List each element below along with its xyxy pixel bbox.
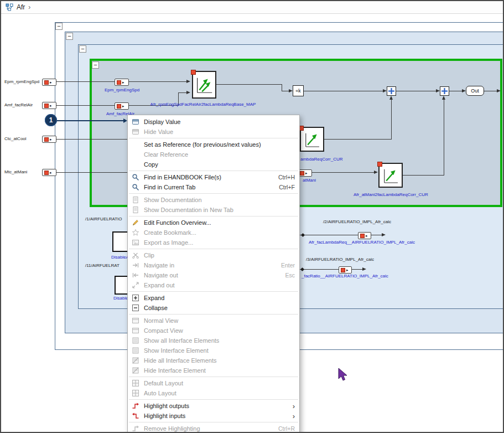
display-value-icon	[131, 118, 140, 126]
menu-item-set-as-reference-for-previous-next-values[interactable]: Set as Reference (for previous/next valu…	[128, 140, 299, 150]
menu-item-display-value[interactable]: Display Value	[128, 117, 299, 127]
arrowhead	[289, 89, 293, 92]
input-label: Ctc_atCool	[4, 136, 27, 141]
collapse-button[interactable]: −	[66, 33, 73, 40]
output-port[interactable]: Out	[466, 86, 484, 96]
arrowhead	[383, 89, 387, 92]
clip-icon	[131, 251, 140, 259]
arrowhead	[497, 89, 501, 92]
expand-icon	[131, 294, 140, 302]
plus-icon	[441, 87, 448, 95]
menu-separator	[129, 377, 298, 377]
menu-item-label: Find in EHANDBOOK File(s)	[144, 174, 272, 181]
menu-item-highlight-outputs[interactable]: Highlight outputs›	[128, 401, 299, 411]
wire	[403, 175, 444, 176]
arrowhead	[362, 267, 366, 271]
interface-icon	[131, 337, 140, 344]
menu-item-label: Hide Interface Element	[144, 367, 295, 374]
breadcrumb-chevron-icon: ›	[28, 3, 30, 11]
menu-item-navigate-out: Navigate outEsc	[128, 270, 299, 280]
inner-port-block[interactable]: ▸	[115, 79, 129, 86]
port-red-marker	[44, 80, 49, 85]
input-port-block[interactable]: ▸	[42, 136, 56, 143]
collapse-button[interactable]: −	[92, 61, 99, 69]
input-port-block[interactable]: ▸	[42, 102, 56, 109]
wire	[282, 91, 289, 91]
signal-link[interactable]: _facRatio__AIRFUELRATIO_IMPL_Afr_calc	[302, 274, 388, 279]
menu-item-collapse[interactable]: Collapse	[128, 303, 299, 313]
blank-icon	[131, 151, 140, 158]
inner-port-label[interactable]: atMani	[303, 178, 316, 183]
curve-icon	[302, 129, 323, 150]
menu-separator	[129, 249, 298, 249]
shift-block[interactable]: «k	[293, 85, 304, 96]
menu-item-hide-value: Hide Value	[128, 127, 299, 137]
sum-block[interactable]	[387, 86, 396, 96]
inner-port-label[interactable]: Epm_rpmEngSpd	[105, 87, 139, 92]
section-label: /3/AIRFUELRATIO_IMPL_Afr_calc	[306, 257, 374, 262]
sum-block[interactable]	[440, 86, 449, 96]
menu-item-label: Auto Layout	[144, 390, 295, 396]
menu-item-highlight-inputs[interactable]: Highlight inputs›	[128, 411, 299, 421]
menu-item-label: Hide Value	[144, 128, 295, 135]
map-label[interactable]: Afr_rpmEngSpdFacRelAir2facLambdaReqBase_…	[148, 102, 258, 107]
menu-item-find-in-ehandbook-file-s[interactable]: Find in EHANDBOOK File(s)Ctrl+H	[128, 172, 299, 182]
mouse-cursor-icon	[337, 368, 350, 384]
input-port-block[interactable]: ▸	[42, 169, 56, 176]
map-block[interactable]	[192, 71, 216, 99]
map-icon	[194, 73, 215, 96]
port-red-marker	[341, 268, 345, 272]
annotation-badge: 1	[45, 114, 57, 126]
arrowhead	[442, 96, 445, 100]
port-arrow-icon: ▸	[122, 104, 124, 108]
menu-item-label: Show Documentation	[144, 197, 295, 203]
interface-hide-icon	[131, 367, 140, 374]
collapse-button[interactable]: −	[79, 45, 86, 53]
menu-item-compact-view: Compact View	[128, 326, 299, 336]
wire	[391, 100, 392, 140]
port-arrow-icon: ▸	[366, 234, 368, 238]
menu-item-export-as-image: Export as Image...	[128, 238, 299, 248]
blank-icon	[131, 161, 140, 168]
menu-separator	[129, 193, 298, 194]
arrowhead	[462, 89, 466, 92]
menu-separator	[129, 314, 298, 315]
collapse-button[interactable]: −	[55, 23, 63, 30]
wire	[312, 172, 374, 173]
menu-item-find-in-current-tab[interactable]: Find in Current TabCtrl+F	[128, 182, 299, 192]
menu-item-label: Navigate in	[144, 262, 274, 269]
view-icon	[131, 327, 140, 334]
cur-block[interactable]	[378, 163, 403, 188]
port-arrow-icon: ▸	[50, 171, 52, 174]
port-red-marker	[44, 104, 49, 108]
menu-item-label: Show Interface Element	[144, 347, 295, 354]
port-red-marker	[117, 104, 121, 109]
menu-item-show-all-interface-elements: Show all Interface Elements	[128, 336, 299, 346]
port-arrow-icon: ▸	[50, 137, 52, 141]
menu-item-label: Highlight inputs	[144, 413, 286, 419]
wire	[396, 91, 437, 91]
annotation-arrow-icon	[123, 118, 127, 123]
cur-block[interactable]	[300, 127, 324, 152]
submenu-arrow-icon: ›	[293, 403, 295, 410]
menu-item-shortcut: Esc	[285, 272, 295, 279]
cur-label[interactable]: Afr_atMani2facLambdaReqCorr_CUR	[354, 192, 428, 197]
menu-item-copy[interactable]: Copy	[128, 159, 299, 169]
signal-port-block[interactable]: ▸	[358, 232, 371, 239]
input-port-block[interactable]: ▸	[42, 79, 56, 86]
interface-hide-icon	[131, 357, 140, 364]
cur-label[interactable]: ambdaReqCorr_CUR	[300, 157, 342, 162]
port-arrow-icon: ▸	[122, 80, 124, 84]
port-red-marker	[300, 171, 304, 176]
menu-item-shortcut: Ctrl+H	[278, 174, 295, 181]
menu-item-label: Compact View	[144, 327, 295, 334]
breadcrumb-label[interactable]: Afr	[17, 3, 25, 11]
menu-item-edit-function-overview[interactable]: Edit Function Overview...	[128, 218, 299, 228]
menu-item-label: Collapse	[144, 305, 295, 311]
menu-item-expand[interactable]: Expand	[128, 293, 299, 303]
signal-link[interactable]: Afr_facLambdaReq__AIRFUELRATIO_IMPL_Afr_…	[309, 240, 415, 245]
menu-item-hide-interface-element: Hide Interface Element	[128, 365, 299, 375]
signal-port-block[interactable]: ▸	[339, 266, 352, 274]
menu-item-shortcut: Ctrl+F	[279, 184, 295, 190]
inner-port-block[interactable]: ▸	[115, 102, 129, 110]
